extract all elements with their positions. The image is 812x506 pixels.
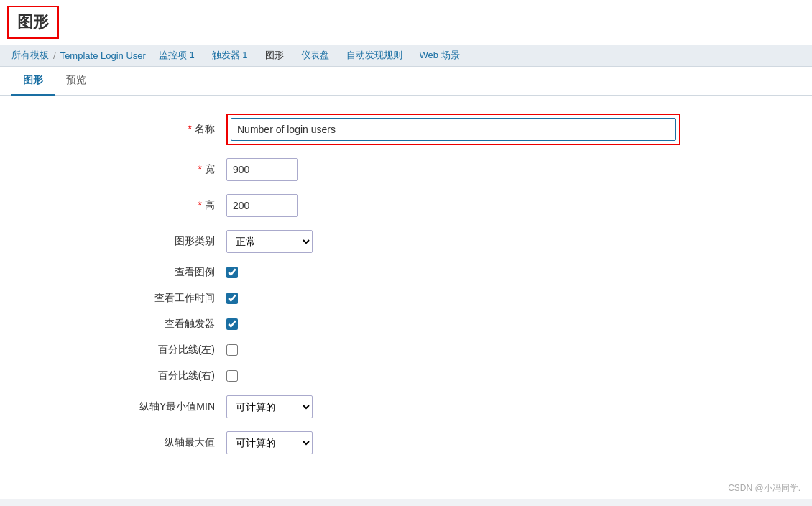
show-work-time-checkbox[interactable]	[226, 293, 238, 304]
percent-right-wrap	[226, 370, 238, 382]
nav-web[interactable]: Web 场景	[418, 49, 461, 62]
show-legend-wrap	[226, 267, 238, 278]
page-title: 图形	[7, 6, 59, 39]
required-star-name: *	[188, 123, 192, 134]
tab-preview[interactable]: 预览	[55, 67, 98, 96]
form-row-show-legend: 查看图例	[83, 266, 729, 279]
y-min-label: 纵轴Y最小值MIN	[83, 400, 226, 413]
graph-type-select[interactable]: 正常 堆叠 饼图 分解饼图	[226, 230, 313, 253]
form-row-y-max: 纵轴最大值 可计算的 固定 条目	[83, 431, 729, 454]
y-max-select[interactable]: 可计算的 固定 条目	[226, 431, 313, 454]
show-work-time-label: 查看工作时间	[83, 292, 226, 305]
percent-right-label: 百分比线(右)	[83, 369, 226, 382]
show-legend-label: 查看图例	[83, 266, 226, 279]
watermark: CSDN @小冯同学.	[728, 482, 801, 494]
name-field-box	[226, 114, 680, 145]
nav-trigger[interactable]: 触发器 1	[211, 49, 249, 62]
nav-monitor[interactable]: 监控项 1	[157, 49, 196, 62]
breadcrumb: 所有模板 / Template Login User 监控项 1 触发器 1 图…	[0, 45, 812, 67]
show-triggers-checkbox[interactable]	[226, 318, 238, 330]
show-triggers-wrap	[226, 318, 238, 330]
form-row-percent-right: 百分比线(右)	[83, 369, 729, 382]
required-star-width: *	[198, 163, 202, 175]
breadcrumb-sep-1: /	[53, 50, 56, 61]
form-row-y-min: 纵轴Y最小值MIN 可计算的 固定 条目	[83, 395, 729, 418]
form: *名称 *宽 *高 图形类别 正常 堆叠 饼图	[83, 114, 729, 454]
form-row-show-triggers: 查看触发器	[83, 318, 729, 331]
show-work-time-wrap	[226, 293, 238, 304]
percent-left-wrap	[226, 344, 238, 356]
tab-bar: 图形 预览	[0, 67, 812, 96]
nav-graph[interactable]: 图形	[264, 49, 285, 62]
form-row-name: *名称	[83, 114, 729, 145]
graph-type-label: 图形类别	[83, 235, 226, 248]
show-legend-checkbox[interactable]	[226, 267, 238, 278]
all-templates-link[interactable]: 所有模板	[11, 49, 49, 62]
required-star-height: *	[198, 199, 202, 211]
name-label: *名称	[83, 123, 226, 136]
main-content: *名称 *宽 *高 图形类别 正常 堆叠 饼图	[0, 96, 812, 499]
breadcrumb-tabs: 监控项 1 触发器 1 图形 仪表盘 自动发现规则 Web 场景	[157, 49, 461, 62]
form-row-work-time: 查看工作时间	[83, 292, 729, 305]
template-name-link[interactable]: Template Login User	[60, 50, 146, 61]
form-row-percent-left: 百分比线(左)	[83, 344, 729, 356]
y-min-select[interactable]: 可计算的 固定 条目	[226, 395, 313, 418]
nav-dashboard[interactable]: 仪表盘	[300, 49, 331, 62]
width-input[interactable]	[226, 158, 298, 181]
name-input[interactable]	[231, 118, 676, 141]
tab-graph[interactable]: 图形	[11, 67, 55, 96]
percent-right-checkbox[interactable]	[226, 370, 238, 382]
nav-discovery[interactable]: 自动发现规则	[345, 49, 404, 62]
y-max-label: 纵轴最大值	[83, 436, 226, 449]
height-label: *高	[83, 199, 226, 212]
form-row-height: *高	[83, 194, 729, 217]
percent-left-checkbox[interactable]	[226, 344, 238, 356]
show-triggers-label: 查看触发器	[83, 318, 226, 331]
height-input[interactable]	[226, 194, 298, 217]
width-label: *宽	[83, 163, 226, 176]
form-row-width: *宽	[83, 158, 729, 181]
percent-left-label: 百分比线(左)	[83, 344, 226, 356]
form-row-graph-type: 图形类别 正常 堆叠 饼图 分解饼图	[83, 230, 729, 253]
